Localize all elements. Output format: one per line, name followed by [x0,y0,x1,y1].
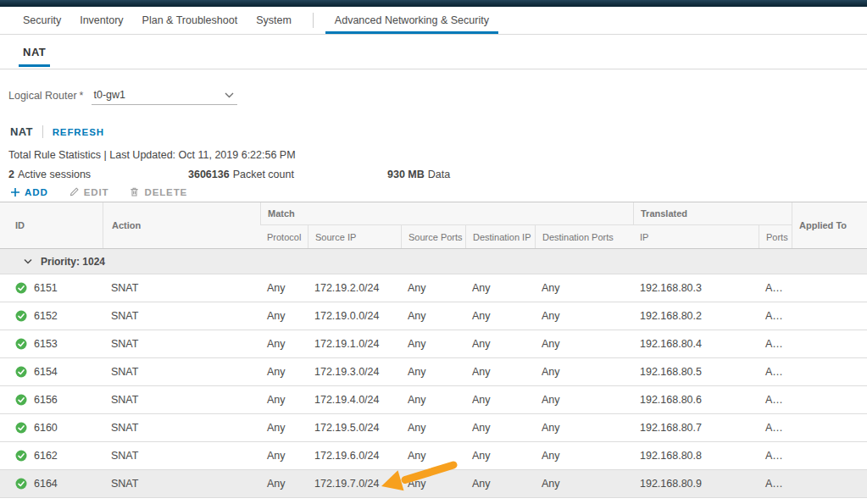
rule-destination-ip-cell: Any [465,358,535,385]
rule-translated-ports-cell: A… [759,386,792,413]
rule-translated-ip-cell: 192.168.80.9 [633,470,759,497]
nat-rule-row[interactable]: 6152 SNAT Any 172.19.0.0/24 Any Any Any … [0,302,867,330]
rule-destination-ports-cell: Any [535,386,633,413]
column-header-destination-ip[interactable]: Destination IP [465,225,535,248]
tab-plan-troubleshoot[interactable]: Plan & Troubleshoot [133,7,247,34]
data-stat: 930 MBData [387,169,450,181]
rule-source-ports-cell: Any [401,414,465,441]
rule-destination-ip-cell: Any [465,302,535,330]
column-header-applied-to[interactable]: Applied To [792,202,867,248]
rule-translated-ports-cell: A… [759,358,792,385]
data-value: 930 MB [387,169,425,180]
rule-source-ip-cell: 172.19.0.0/24 [308,302,401,330]
column-header-translated-ports[interactable]: Ports [759,225,792,248]
chevron-down-icon[interactable] [24,258,32,264]
column-header-destination-ports[interactable]: Destination Ports [535,225,633,248]
delete-button[interactable]: DELETE [129,186,187,197]
rule-applied-to-cell [792,414,867,441]
column-header-protocol[interactable]: Protocol [260,225,308,248]
check-circle-icon [15,366,27,378]
rule-id-cell: 6160 [0,414,103,441]
add-button[interactable]: ADD [10,187,48,197]
rule-translated-ports-cell: A… [759,442,792,469]
rule-protocol-cell: Any [260,330,308,357]
trash-icon [129,186,140,197]
rule-applied-to-cell [792,302,867,330]
rule-translated-ip-cell: 192.168.80.5 [633,358,759,385]
rule-id-cell: 6154 [0,358,103,385]
rule-source-ip-cell: 172.19.1.0/24 [308,330,401,357]
column-header-id[interactable]: ID [0,202,103,248]
statistics-row: 2Active sessions 3606136Packet count 930… [8,169,867,181]
packet-count-stat: 3606136Packet count [188,169,387,181]
active-sessions-value: 2 [8,169,14,180]
refresh-button[interactable]: REFRESH [53,127,104,137]
tab-security[interactable]: Security [14,7,70,34]
nat-section-header: NAT REFRESH [10,125,867,139]
nat-rule-row[interactable]: 6156 SNAT Any 172.19.4.0/24 Any Any Any … [0,386,867,414]
rule-id: 6160 [34,422,58,434]
rule-translated-ports-cell: A… [759,330,792,357]
rule-action-cell: SNAT [103,470,260,497]
required-asterisk: * [80,90,84,102]
tab-nat[interactable]: NAT [19,46,50,67]
rule-id: 6164 [34,478,58,490]
rule-destination-ports-cell: Any [535,470,633,497]
column-header-translated-ip[interactable]: IP [633,225,759,248]
chevron-down-icon [225,92,234,98]
rule-id: 6154 [34,366,58,378]
rule-action-cell: SNAT [103,386,260,413]
rule-applied-to-cell [792,330,867,357]
rule-id-cell: 6153 [0,330,103,357]
tab-system[interactable]: System [247,7,301,34]
rule-action-cell: SNAT [103,330,260,357]
rule-applied-to-cell [792,358,867,385]
data-label: Data [428,169,450,180]
section-divider [42,125,43,138]
nat-rule-row[interactable]: 6162 SNAT Any 172.19.6.0/24 Any Any Any … [0,442,867,470]
logical-router-label-text: Logical Router [8,90,77,102]
rule-translated-ip-cell: 192.168.80.3 [633,274,759,302]
logical-router-select[interactable]: t0-gw1 [92,89,237,105]
rule-destination-ip-cell: Any [465,274,535,302]
rule-source-ip-cell: 172.19.2.0/24 [308,274,401,302]
rule-destination-ip-cell: Any [465,330,535,357]
delete-button-label: DELETE [144,187,187,197]
rule-id-cell: 6162 [0,442,103,469]
column-header-source-ip[interactable]: Source IP [308,225,401,248]
rule-translated-ip-cell: 192.168.80.7 [633,414,759,441]
nat-rule-row[interactable]: 6151 SNAT Any 172.19.2.0/24 Any Any Any … [0,274,867,302]
rule-action-cell: SNAT [103,302,260,330]
rule-source-ports-cell: Any [401,302,465,330]
rule-source-ip-cell: 172.19.3.0/24 [308,358,401,385]
tab-advanced-networking-security[interactable]: Advanced Networking & Security [325,7,498,34]
rule-id: 6151 [34,282,58,294]
packet-count-value: 3606136 [188,169,230,180]
nat-rule-row[interactable]: 6153 SNAT Any 172.19.1.0/24 Any Any Any … [0,330,867,358]
nat-rules-table: ID Action Match Translated Applied To Pr… [0,202,867,498]
rule-translated-ip-cell: 192.168.80.2 [633,302,759,330]
column-group-translated: Translated [633,202,792,225]
column-header-action[interactable]: Action [103,202,260,248]
priority-group-row[interactable]: Priority: 1024 [0,249,867,274]
rule-translated-ip-cell: 192.168.80.8 [633,442,759,469]
nat-rule-row[interactable]: 6154 SNAT Any 172.19.3.0/24 Any Any Any … [0,358,867,386]
rule-destination-ip-cell: Any [465,442,535,469]
rule-translated-ports-cell: A… [759,470,792,497]
nat-rule-row[interactable]: 6164 SNAT Any 172.19.7.0/24 Any Any Any … [0,470,867,498]
rule-protocol-cell: Any [260,442,308,469]
rule-source-ports-cell: Any [401,358,465,385]
rule-source-ports-cell: Any [401,470,465,497]
check-circle-icon [15,338,27,350]
sub-tab-bar: NAT [0,35,867,69]
table-header: ID Action Match Translated Applied To Pr… [0,202,867,249]
rule-statistics-line: Total Rule Statistics | Last Updated: Oc… [8,149,867,162]
active-sessions-stat: 2Active sessions [8,169,188,181]
rule-action-cell: SNAT [103,442,260,469]
column-header-source-ports[interactable]: Source Ports [401,225,465,248]
nat-rule-row[interactable]: 6160 SNAT Any 172.19.5.0/24 Any Any Any … [0,414,867,442]
rule-translated-ip-cell: 192.168.80.6 [633,386,759,413]
tab-inventory[interactable]: Inventory [70,7,132,34]
rule-destination-ip-cell: Any [465,414,535,441]
edit-button[interactable]: EDIT [69,186,109,197]
